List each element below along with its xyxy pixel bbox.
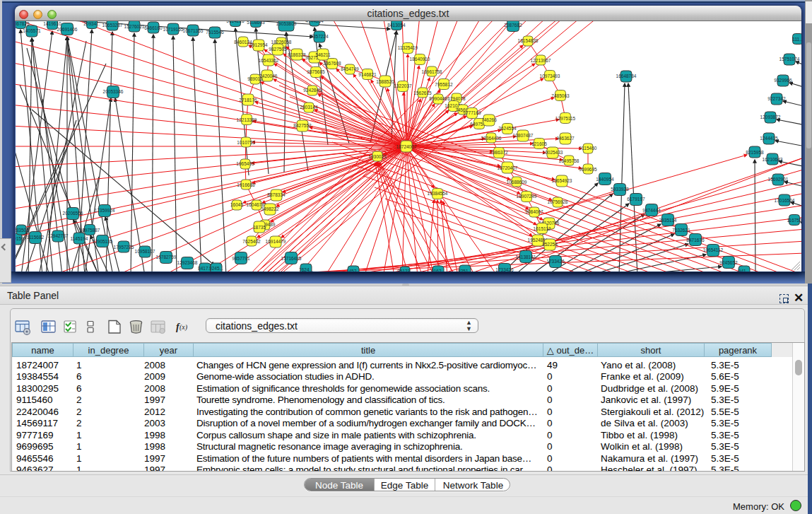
svg-text:2803144: 2803144 [300,105,318,110]
svg-text:12975115: 12975115 [555,116,576,121]
svg-text:20053346: 20053346 [103,89,124,94]
svg-text:1965495: 1965495 [236,161,254,166]
svg-text:16782759: 16782759 [156,255,177,259]
svg-text:9457791: 9457791 [232,256,250,261]
svg-text:16045: 16045 [230,202,243,207]
svg-text:7955812: 7955812 [435,82,453,87]
svg-text:8427552: 8427552 [293,123,312,128]
svg-text:10973493: 10973493 [540,74,560,78]
svg-text:19053809: 19053809 [276,21,297,26]
svg-text:1615112: 1615112 [534,226,551,231]
svg-text:746266: 746266 [481,117,497,122]
svg-text:116753: 116753 [787,218,801,223]
svg-text:8471676: 8471676 [686,238,705,243]
svg-text:8454749: 8454749 [341,66,359,71]
svg-text:183501: 183501 [16,228,29,233]
svg-text:9777169: 9777169 [463,110,481,115]
svg-text:18735: 18735 [253,225,266,230]
svg-text:7357224: 7357224 [310,34,329,39]
svg-text:1244415: 1244415 [760,136,778,141]
svg-text:621605: 621605 [531,141,547,146]
svg-text:1322037: 1322037 [394,83,412,88]
svg-text:9474444: 9474444 [642,208,661,213]
svg-text:10688609: 10688609 [507,180,527,185]
svg-text:18907249: 18907249 [517,194,537,199]
svg-text:1115682: 1115682 [27,235,45,240]
svg-text:2867608: 2867608 [323,61,341,66]
svg-text:10756928: 10756928 [548,199,568,204]
svg-text:2718176: 2718176 [239,98,257,103]
svg-text:19654923: 19654923 [552,178,572,183]
svg-text:941...: 941... [739,269,750,271]
svg-text:95123..: 95123.. [397,269,413,271]
svg-text:18724007: 18724007 [396,144,417,149]
svg-text:8878334: 8878334 [267,192,286,197]
svg-text:10807487: 10807487 [513,133,534,138]
svg-text:9875685: 9875685 [307,69,325,74]
svg-text:9146821: 9146821 [358,72,377,77]
svg-text:17957225: 17957225 [114,245,134,250]
svg-text:18640910: 18640910 [410,57,430,62]
svg-text:20364436: 20364436 [481,136,502,141]
svg-text:7625402: 7625402 [242,239,261,244]
svg-text:5614226: 5614226 [226,21,245,23]
svg-text:9227342: 9227342 [767,96,786,101]
svg-text:11325419: 11325419 [398,45,418,50]
svg-text:20691406: 20691406 [57,27,78,32]
svg-text:10025433: 10025433 [543,150,563,155]
svg-text:8186328: 8186328 [288,52,306,57]
svg-text:546211: 546211 [315,52,331,57]
svg-text:6794078: 6794078 [447,96,466,101]
svg-text:7632621: 7632621 [672,228,690,233]
svg-text:8912954: 8912954 [249,42,268,47]
svg-text:9162...: 9162... [431,269,445,271]
svg-text:16671355: 16671355 [183,28,204,33]
svg-text:20206556: 20206556 [63,211,83,216]
svg-text:1733426: 1733426 [546,259,565,264]
svg-text:15692901: 15692901 [768,177,789,182]
svg-text:15716485: 15716485 [281,256,302,261]
svg-text:1930023: 1930023 [368,154,387,159]
svg-text:16914479: 16914479 [266,239,286,244]
svg-text:3624554: 3624554 [498,126,517,131]
svg-text:10958107: 10958107 [135,249,155,254]
svg-text:12942737: 12942737 [48,233,69,238]
svg-text:1010755: 1010755 [237,140,255,145]
svg-text:7986372: 7986372 [490,150,508,155]
svg-text:(x): (x) [180,323,188,332]
svg-text:9329966: 9329966 [774,78,792,83]
svg-text:1588520: 1588520 [376,79,394,84]
svg-text:16543362: 16543362 [259,58,279,63]
svg-text:8990448: 8990448 [429,96,447,101]
svg-text:5108603: 5108603 [247,21,265,25]
svg-text:7624...: 7624... [299,267,313,271]
svg-text:7515546: 7515546 [206,30,224,35]
svg-text:1733426: 1733426 [495,267,514,271]
svg-text:989013: 989013 [247,76,263,81]
svg-text:12213389: 12213389 [237,117,257,122]
svg-text:16210643: 16210643 [763,157,783,162]
svg-text:9827505: 9827505 [269,47,287,52]
svg-text:20934...: 20934... [83,21,100,26]
svg-text:9084067: 9084067 [525,209,543,214]
svg-text:1562615: 1562615 [413,90,432,95]
svg-text:2087682: 2087682 [504,23,522,28]
svg-text:16495758: 16495758 [559,158,579,163]
svg-text:111...: 111... [792,37,801,42]
svg-text:9115460: 9115460 [579,146,597,151]
svg-text:10653287: 10653287 [102,23,123,28]
svg-text:15720407: 15720407 [498,165,518,170]
svg-text:19384554: 19384554 [428,191,448,196]
svg-text:8215958: 8215958 [746,150,764,155]
svg-text:9463627: 9463627 [556,136,575,141]
svg-text:2935114: 2935114 [659,218,677,223]
svg-text:14138141: 14138141 [516,255,536,259]
svg-text:3498222: 3498222 [261,206,279,211]
svg-text:12213967: 12213967 [531,58,551,63]
svg-text:17359924: 17359924 [95,208,115,213]
svg-text:9245...: 9245... [209,266,223,271]
svg-text:6466160: 6466160 [144,25,163,30]
svg-text:939159: 939159 [16,236,24,241]
svg-text:4744854: 4744854 [305,21,324,23]
svg-text:9245652: 9245652 [719,260,738,265]
